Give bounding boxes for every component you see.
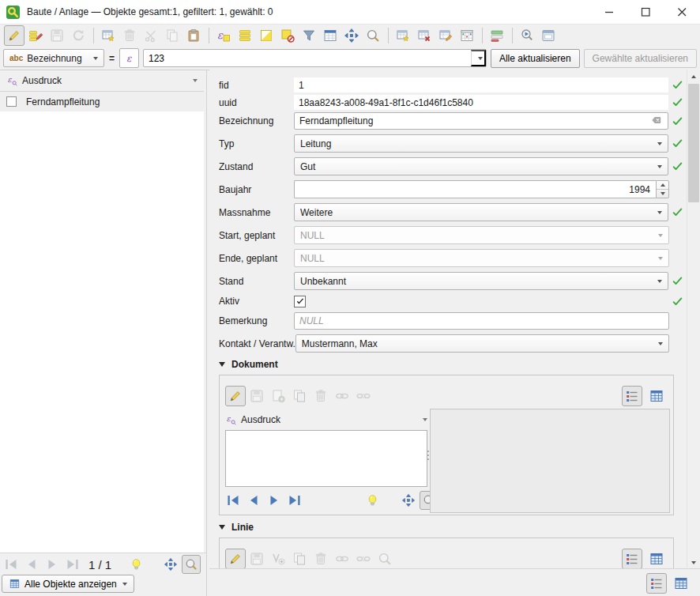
dokument-feature-list[interactable]	[225, 430, 427, 487]
unlink-icon	[356, 388, 371, 404]
linie-form-view-button[interactable]	[622, 549, 642, 569]
linie-unlink-feature-button	[353, 549, 374, 569]
chevron-down-icon	[657, 142, 662, 145]
update-selected-button: Gewählte aktualisieren	[584, 49, 697, 68]
dokument-link-feature-button	[332, 386, 352, 406]
dokument-pan-button[interactable]	[399, 491, 418, 510]
highlight-feature-button[interactable]	[126, 555, 145, 574]
checkbox-aktiv[interactable]	[294, 296, 306, 307]
form-scrollbar[interactable]	[687, 70, 700, 569]
dokument-nav-first-button[interactable]	[224, 491, 243, 510]
filter-history-button[interactable]	[471, 50, 486, 66]
field-bemerkung[interactable]: NULL	[294, 312, 669, 330]
field-massnahme[interactable]: Weitere	[294, 203, 668, 221]
invert-selection-button[interactable]	[256, 25, 277, 46]
clear-field-button[interactable]	[650, 114, 663, 129]
linie-view-toggle	[622, 549, 668, 569]
combo-kontakt[interactable]: Mustermann, Max	[295, 334, 669, 353]
multi-edit-button[interactable]	[25, 25, 46, 46]
check-icon	[672, 160, 683, 172]
spin-up-button[interactable]	[657, 181, 668, 189]
close-button[interactable]	[664, 0, 700, 24]
new-field-button[interactable]	[393, 25, 413, 46]
dokument-highlight-button[interactable]	[363, 491, 382, 510]
filter-features-button[interactable]	[299, 25, 319, 46]
spinbox-baujahr[interactable]: 1994	[294, 180, 669, 198]
combo-typ[interactable]: Leitung	[294, 134, 668, 153]
check-icon	[672, 96, 683, 108]
form-row-massnahme: MassnahmeWeitere	[209, 203, 687, 221]
scroll-down-button[interactable]	[687, 556, 700, 569]
dokument-splitter[interactable]	[427, 451, 429, 471]
conditional-formatting-button[interactable]	[487, 25, 507, 46]
scroll-up-button[interactable]	[687, 70, 700, 83]
dokument-feature-filter-combo[interactable]: εAusdruck	[225, 411, 427, 428]
combo-massnahme[interactable]: Weitere	[294, 203, 668, 221]
field-aktiv[interactable]	[294, 296, 668, 307]
dock-attribute-table-button[interactable]	[538, 25, 559, 46]
chevron-down-icon	[122, 583, 127, 586]
dokument-view-toggle	[622, 386, 668, 406]
show-mode-button[interactable]: Alle Objekte anzeigen	[2, 575, 134, 593]
move-selection-to-top-button[interactable]	[320, 25, 341, 46]
dokument-form-view-button[interactable]	[622, 386, 642, 406]
feature-filter-combo[interactable]: ε Ausdruck	[0, 70, 204, 92]
dokument-toggle-editing-button[interactable]	[225, 386, 246, 406]
field-baujahr[interactable]: 1994	[294, 180, 669, 198]
delete-field-button[interactable]	[414, 25, 435, 46]
linie-toggle-editing-button[interactable]	[225, 549, 246, 569]
pan-to-selection-button[interactable]	[341, 25, 362, 46]
section-header-linie[interactable]: Linie	[219, 522, 687, 533]
select-by-expression-button[interactable]: ε	[213, 25, 234, 46]
feature-filter-label: Ausdruck	[22, 75, 62, 86]
field-ende-geplant[interactable]: NULL	[294, 249, 669, 267]
zoom-to-feature-button[interactable]	[182, 555, 201, 574]
field-zustand[interactable]: Gut	[294, 157, 668, 175]
field-bezeichnung[interactable]: Ferndampfleitung	[294, 112, 668, 130]
add-feature-button[interactable]	[98, 25, 119, 46]
update-all-button[interactable]: Alle aktualisieren	[491, 49, 580, 68]
panel-splitter[interactable]	[206, 70, 207, 596]
text-input-bezeichnung[interactable]: Ferndampfleitung	[294, 112, 668, 130]
main-table-view-button[interactable]	[671, 573, 691, 594]
dokument-nav-next-button[interactable]	[265, 491, 284, 510]
field-start-geplant[interactable]: NULL	[294, 226, 669, 244]
constraint-status-massnahme	[672, 206, 683, 219]
linie-table-view-button[interactable]	[646, 549, 667, 569]
field-calculator-button[interactable]	[435, 25, 456, 46]
zoom-to-selection-button[interactable]	[363, 25, 383, 46]
pan-to-feature-button[interactable]	[161, 555, 180, 574]
filter-value-input[interactable]	[144, 53, 471, 64]
field-typ[interactable]: Leitung	[294, 134, 668, 153]
spin-buttons	[656, 180, 669, 198]
form-view-icon	[624, 551, 640, 567]
chevron-down-icon	[93, 57, 98, 60]
feature-checkbox[interactable]	[6, 96, 17, 107]
main-form-view-button[interactable]	[646, 573, 667, 594]
section-header-dokument[interactable]: Dokument	[219, 359, 687, 370]
combo-stand[interactable]: Unbekannt	[294, 272, 668, 290]
add-child-icon	[270, 388, 286, 404]
select-all-button[interactable]	[235, 25, 255, 46]
paste-features-button[interactable]	[183, 25, 204, 46]
minimize-button[interactable]	[591, 0, 627, 24]
dokument-nav-prev-button[interactable]	[244, 491, 263, 510]
filter-field-combo[interactable]: abc Bezeichnung	[3, 49, 104, 67]
spin-down-button[interactable]	[657, 189, 668, 198]
dokument-nav-last-button[interactable]	[285, 491, 304, 510]
text-input-bemerkung[interactable]: NULL	[294, 312, 669, 330]
organize-columns-button[interactable]	[457, 25, 477, 46]
dokument-attribute-panel	[430, 409, 670, 513]
nav-next-icon	[266, 492, 282, 508]
scrollbar-thumb[interactable]	[688, 84, 699, 202]
deselect-all-button[interactable]	[277, 25, 298, 46]
actions-button[interactable]	[517, 25, 537, 46]
maximize-button[interactable]	[627, 0, 664, 24]
feature-list-item[interactable]: Ferndampfleitung	[0, 92, 204, 111]
combo-zustand[interactable]: Gut	[294, 157, 668, 175]
field-stand[interactable]: Unbekannt	[294, 272, 668, 290]
expression-builder-button[interactable]: ε	[119, 48, 139, 68]
toggle-editing-button[interactable]	[4, 25, 24, 46]
field-kontakt[interactable]: Mustermann, Max	[295, 334, 669, 353]
dokument-table-view-button[interactable]	[646, 386, 667, 406]
